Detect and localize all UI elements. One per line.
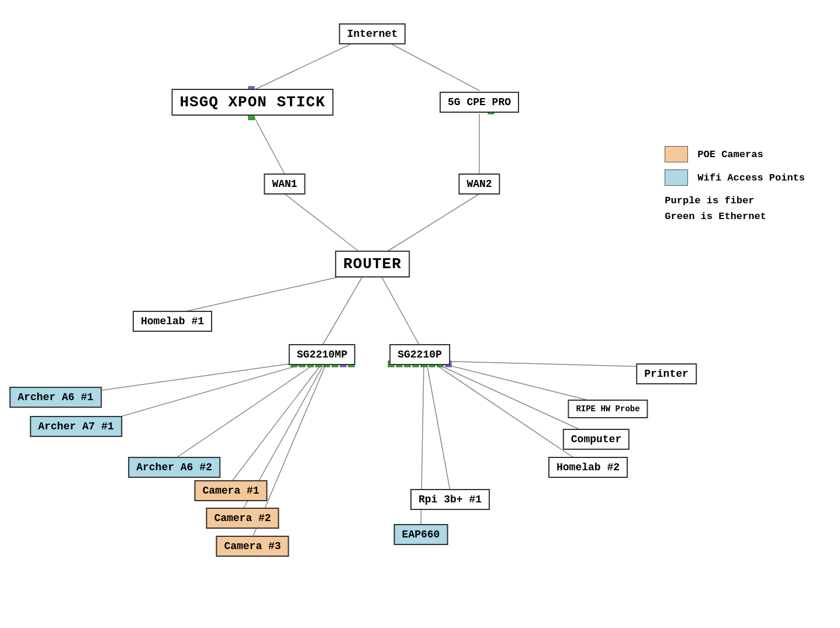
svg-line-8 [379,272,420,346]
node-homelab2: Homelab #2 [548,457,628,478]
node-hsgq: HSGQ XPON STICK [171,89,333,116]
node-homelab1: Homelab #1 [133,311,212,332]
node-camera2: Camera #2 [206,508,279,529]
svg-line-6 [172,272,362,314]
svg-line-11 [174,363,316,459]
svg-line-7 [322,272,365,346]
node-router: ROUTER [335,251,410,277]
legend-note: Purple is fiber Green is Ethernet [665,193,805,224]
node-archer-a6-1: Archer A6 #1 [9,387,102,408]
node-cpe: 5G CPE PRO [440,92,519,113]
node-archer-a6-2: Archer A6 #2 [128,457,220,478]
svg-line-2 [253,114,285,174]
node-eap660: EAP660 [394,524,448,545]
node-camera3: Camera #3 [216,536,289,557]
node-ripe: RIPE HW Probe [568,400,648,418]
legend-wifi-box [665,169,688,186]
svg-line-17 [434,363,576,459]
node-wan2: WAN2 [458,174,500,195]
legend-note-line1: Purple is fiber [665,193,805,209]
svg-line-20 [435,361,654,367]
svg-line-18 [427,363,450,491]
legend-poe: POE Cameras [665,146,805,162]
svg-line-5 [383,194,479,254]
svg-line-15 [431,361,590,401]
node-internet: Internet [339,23,406,44]
svg-line-10 [102,362,310,422]
svg-line-16 [433,362,583,431]
node-wan1: WAN1 [264,174,305,195]
legend: POE Cameras Wifi Access Points Purple is… [665,146,805,224]
svg-line-12 [231,363,322,483]
legend-poe-label: POE Cameras [697,149,763,160]
node-camera1: Camera #1 [194,480,267,501]
node-printer: Printer [636,363,697,384]
node-sg2210mp: SG2210MP [289,344,355,365]
legend-note-line2: Green is Ethernet [665,209,805,224]
node-archer-a7-1: Archer A7 #1 [30,416,122,437]
legend-poe-box [665,146,688,162]
node-computer: Computer [563,429,630,450]
svg-line-4 [285,194,362,254]
node-sg2210p: SG2210P [389,344,450,365]
node-rpi3b: Rpi 3b+ #1 [410,489,490,510]
svg-line-9 [85,361,310,393]
legend-wifi: Wifi Access Points [665,169,805,186]
legend-wifi-label: Wifi Access Points [697,172,805,183]
